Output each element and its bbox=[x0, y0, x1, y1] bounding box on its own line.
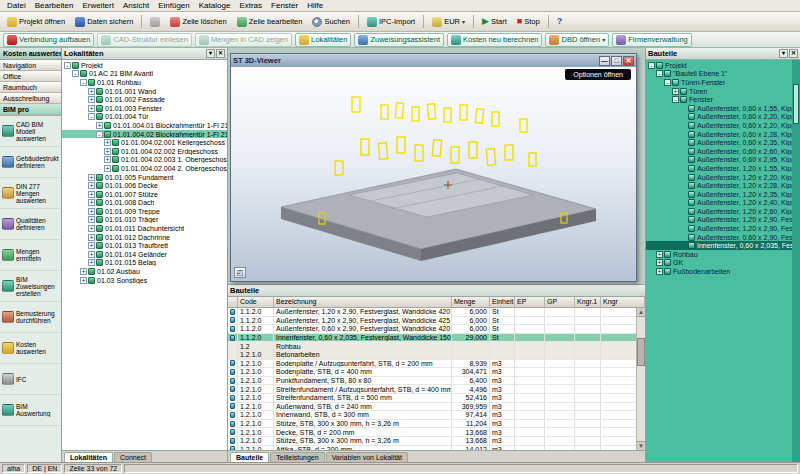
tree-expander-icon[interactable]: + bbox=[88, 242, 95, 249]
tree-expander-icon[interactable]: + bbox=[88, 182, 95, 189]
table-row[interactable]: 1.2.1.0Betonarbeiten bbox=[228, 351, 645, 360]
locality-node[interactable]: +01.01.008 Dach bbox=[62, 199, 227, 208]
tree-expander-icon[interactable]: - bbox=[80, 79, 87, 86]
component-node[interactable]: -Projekt bbox=[646, 61, 800, 70]
locality-node[interactable]: +01.01.010 Träger bbox=[62, 216, 227, 225]
bim-report-button[interactable]: BIM Auswertung bbox=[0, 395, 61, 426]
tree-expander-icon[interactable]: + bbox=[88, 105, 95, 112]
cad-bim-button[interactable]: CAD BIM Modell auswerten bbox=[0, 116, 61, 147]
column-header-Einheit[interactable]: Einheit bbox=[490, 297, 515, 307]
locality-node[interactable]: +01.01.006 Decke bbox=[62, 181, 227, 190]
sidebar-nav-ausschreibung[interactable]: Ausschreibung bbox=[0, 93, 61, 104]
component-node[interactable]: Außenfenster, 0,60 x 2,28, Kippflügel, W… bbox=[646, 130, 800, 139]
table-row[interactable]: 1.2.1.0Stütze, STB, 300 x 300 mm, h = 3,… bbox=[228, 437, 645, 446]
column-header-GP[interactable]: GP bbox=[545, 297, 575, 307]
column-header-Menge[interactable]: Menge bbox=[452, 297, 490, 307]
cad-read-button[interactable]: CAD-Struktur einlesen bbox=[97, 33, 192, 47]
viewer-viewport[interactable]: Optionen öffnen bbox=[231, 67, 636, 281]
table-row[interactable]: 1.2.1.0Außenwand, STB, d = 240 mm369,959… bbox=[228, 403, 645, 412]
locality-node[interactable]: -01.01.004.02 Blockrahmentür 1-Fl 21 bbox=[62, 130, 227, 139]
minimize-button[interactable]: — bbox=[599, 56, 610, 66]
component-node[interactable]: Außenfenster, 1,20 x 2,60, Kippflügel, W… bbox=[646, 207, 800, 216]
tree-expander-icon[interactable]: - bbox=[664, 79, 671, 86]
component-node[interactable]: Außenfenster, 1,20 x 1,55, Kippflügel, W… bbox=[646, 164, 800, 173]
tree-expander-icon[interactable]: + bbox=[104, 165, 111, 172]
locality-node[interactable]: -01.01.004 Tür bbox=[62, 113, 227, 122]
table-row[interactable]: 1.2.1.0Streifenfundament / Aufzugsunterf… bbox=[228, 385, 645, 394]
panel-close-button[interactable]: ✕ bbox=[789, 49, 798, 58]
tree-expander-icon[interactable]: - bbox=[72, 70, 79, 77]
component-node[interactable]: +Rohbau bbox=[646, 250, 800, 259]
component-node[interactable]: Außenfenster, 1,20 x 2,35, Kippflügel, W… bbox=[646, 190, 800, 199]
scrollbar-thumb[interactable] bbox=[793, 84, 799, 124]
tree-expander-icon[interactable]: + bbox=[88, 88, 95, 95]
tree-expander-icon[interactable]: - bbox=[672, 96, 679, 103]
menu-item-hilfe[interactable]: Hilfe bbox=[303, 1, 327, 10]
component-node[interactable]: Außenfenster, 0,60 x 2,35, Kippflügel, W… bbox=[646, 138, 800, 147]
component-node[interactable]: Außenfenster, 0,60 x 2,20, Kippflügel, W… bbox=[646, 113, 800, 122]
tree-expander-icon[interactable]: + bbox=[104, 156, 111, 163]
maximize-button[interactable]: □ bbox=[611, 56, 622, 66]
locality-node[interactable]: +01.01.012 Dachrinne bbox=[62, 233, 227, 242]
tree-expander-icon[interactable]: + bbox=[656, 268, 663, 275]
menu-item-erweitert[interactable]: Erweitert bbox=[78, 1, 118, 10]
search-button[interactable]: Suchen bbox=[308, 15, 353, 29]
component-node[interactable]: +GK bbox=[646, 259, 800, 268]
column-header-icon[interactable] bbox=[228, 297, 238, 307]
panel-pin-button[interactable]: ▾ bbox=[206, 49, 215, 58]
panel-close-button[interactable]: ✕ bbox=[216, 49, 225, 58]
tree-expander-icon[interactable]: + bbox=[88, 174, 95, 181]
tree-expander-icon[interactable]: + bbox=[88, 259, 95, 266]
column-header-Kngr.1[interactable]: Kngr.1 bbox=[575, 297, 601, 307]
component-node[interactable]: Außenfenster, 0,60 x 2,90, Festverglast,… bbox=[646, 233, 800, 242]
scrollbar-thumb[interactable] bbox=[637, 338, 645, 366]
table-row[interactable]: 1.2.1.0Bodenplatte, STB, d = 400 mm304,4… bbox=[228, 368, 645, 377]
table-row[interactable]: 1.1.2.0Innenfenster, 0,60 x 2,035, Festv… bbox=[228, 334, 645, 343]
close-button[interactable]: ✕ bbox=[623, 56, 634, 66]
menu-item-fenster[interactable]: Fenster bbox=[267, 1, 302, 10]
tree-expander-icon[interactable]: + bbox=[88, 234, 95, 241]
sidebar-nav-raumbuch[interactable]: Raumbuch bbox=[0, 82, 61, 93]
locality-node[interactable]: +01.01.005 Fundament bbox=[62, 173, 227, 182]
table-row[interactable]: 1.2.1.0Attika, STB, d = 200 mm14,012m3 bbox=[228, 446, 645, 451]
component-node[interactable]: Außenfenster, 0,60 x 2,60, Kippflügel, W… bbox=[646, 147, 800, 156]
company-button[interactable]: Firmenverwaltung bbox=[612, 33, 692, 47]
locality-node[interactable]: +01.02 Ausbau bbox=[62, 267, 227, 276]
table-row[interactable]: 1.1.2.0Außenfenster, 0,60 x 2,90, Festve… bbox=[228, 325, 645, 334]
locality-node[interactable]: +01.01.004.02.003 1. Obergeschoss bbox=[62, 156, 227, 165]
panel-pin-button[interactable]: ▾ bbox=[779, 49, 788, 58]
component-node[interactable]: Außenfenster, 1,20 x 2,20, Kippflügel, W… bbox=[646, 173, 800, 182]
component-node[interactable]: Außenfenster, 0,60 x 2,20, Kippflügel, W… bbox=[646, 121, 800, 130]
table-row[interactable]: 1.2.1.0Decke, STB, d = 200 mm13,668m3 bbox=[228, 428, 645, 437]
import-button[interactable]: IPC-Import bbox=[363, 15, 419, 29]
table-row[interactable]: 1.2.1.0Streifenfundament, STB, d = 500 m… bbox=[228, 394, 645, 403]
component-node[interactable]: Außenfenster, 0,60 x 2,95, Kippflügel, W… bbox=[646, 156, 800, 165]
dbd-button[interactable]: DBD öffnen▾ bbox=[545, 33, 609, 47]
locality-node[interactable]: +01.01.003 Fenster bbox=[62, 104, 227, 113]
locality-node[interactable]: +01.01.004.02.002 Erdgeschoss bbox=[62, 147, 227, 156]
tree-expander-icon[interactable]: - bbox=[88, 113, 95, 120]
component-node[interactable]: Außenfenster, 1,20 x 2,28, Kippflügel, W… bbox=[646, 181, 800, 190]
tab-bauteile[interactable]: Bauteile bbox=[230, 452, 269, 462]
locality-node[interactable]: +01.01.013 Traufbrett bbox=[62, 241, 227, 250]
locality-node[interactable]: +01.01.015 Belag bbox=[62, 259, 227, 268]
table-row[interactable]: 1.2.1.0Bodenplatte / Aufzugsunterfahrt, … bbox=[228, 360, 645, 369]
menu-item-kataloge[interactable]: Kataloge bbox=[195, 1, 235, 10]
component-node[interactable]: -Fenster bbox=[646, 95, 800, 104]
scroll-up-icon[interactable]: ▲ bbox=[637, 308, 645, 317]
tree-expander-icon[interactable]: + bbox=[96, 122, 103, 129]
component-node[interactable]: +Fußbodenarbeiten bbox=[646, 267, 800, 276]
column-header-EP[interactable]: EP bbox=[515, 297, 545, 307]
table-row[interactable]: 1.1.2.0Außenfenster, 1,20 x 2,90, Festve… bbox=[228, 308, 645, 317]
assign-button[interactable]: Zuweisungsassistent bbox=[354, 33, 444, 47]
menu-item-einfügen[interactable]: Einfügen bbox=[154, 1, 194, 10]
table-row[interactable]: 1.1.2.0Außenfenster, 1,20 x 2,90, Festve… bbox=[228, 317, 645, 326]
table-row[interactable]: 1.2.1.0Punktfundament, STB, 80 x 806,400… bbox=[228, 377, 645, 386]
component-node[interactable]: Außenfenster, 1,20 x 2,90, Festverglast,… bbox=[646, 224, 800, 233]
folder-open-button[interactable]: Projekt öffnen bbox=[3, 15, 69, 29]
table-row[interactable]: 1.2Rohbau bbox=[228, 342, 645, 351]
scroll-down-icon[interactable]: ▼ bbox=[637, 441, 645, 450]
din277-button[interactable]: DIN 277 Mengen auswerten bbox=[0, 178, 61, 209]
component-node[interactable]: +Türen bbox=[646, 87, 800, 96]
qualities-button[interactable]: Qualitäten definieren bbox=[0, 209, 61, 240]
